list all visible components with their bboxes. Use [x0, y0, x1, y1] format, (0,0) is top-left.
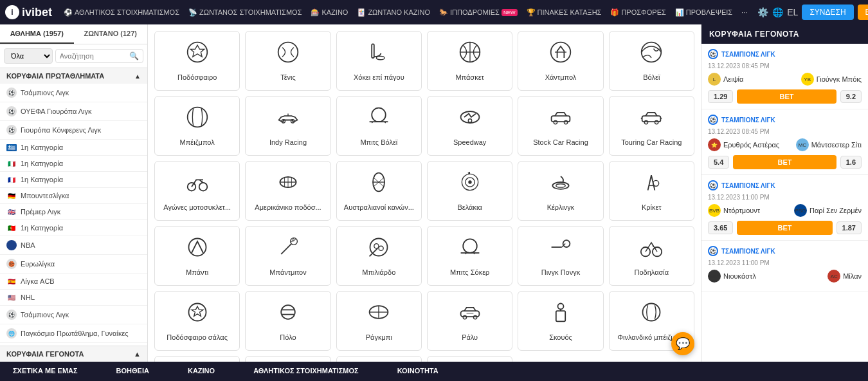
odd1-2[interactable]: 5.4	[708, 156, 729, 169]
tab-sport[interactable]: ΑΘΛΗΜΑ (1957)	[0, 24, 74, 44]
nav-item-live[interactable]: 📡 ΖΩΝΤΑΝΟΣ ΣΤΟΙΧΗΜΑΤΙΣΜΟΣ	[186, 8, 304, 17]
sport-card-american_football[interactable]: Αμερικάνικο ποδόσ...	[245, 161, 330, 221]
sport-card-beach_soccer[interactable]: Μπιτς Σόκερ	[427, 226, 512, 286]
settings-icon[interactable]: ⚙️	[757, 7, 768, 17]
top-events-header[interactable]: ΚΟΡΥΦΑΙΑ ΓΕΓΟΝΟΤΑ ▲	[0, 346, 147, 362]
odd1-1[interactable]: 1.29	[708, 90, 733, 103]
sport-card-cricket[interactable]: Κρίκετ	[609, 161, 694, 221]
league-item-conference[interactable]: ⚽ Γιουρόπα Κόνφερενς Λιγκ	[0, 121, 147, 140]
sport-card-baseball[interactable]: Μπέιζμπολ	[154, 96, 240, 156]
league-name: 1η Κατηγορία	[21, 160, 63, 167]
sport-card-tennis[interactable]: Τένις	[245, 31, 330, 91]
sport-card-rugby[interactable]: Ράγκμπι	[336, 291, 422, 351]
lang-label[interactable]: EL	[787, 7, 798, 17]
logo[interactable]: i ivibet	[5, 5, 52, 19]
bet-button-3[interactable]: BET	[737, 221, 832, 235]
sport-card-more4[interactable]: ...	[427, 356, 512, 362]
bandy-sport-icon	[186, 236, 209, 263]
hockey-sport-icon	[367, 41, 390, 68]
bet-button-1[interactable]: BET	[737, 89, 836, 104]
odd2-2[interactable]: 1.6	[840, 156, 862, 169]
league-item-europa[interactable]: ⚽ ΟΥΕΦΑ Γιουρόπα Λιγκ	[0, 102, 147, 121]
svg-point-15	[554, 120, 557, 124]
sport-card-more2[interactable]: ...	[245, 356, 330, 362]
sport-name-darts: Βελάκια	[458, 203, 482, 211]
league-item-champions2[interactable]: ⚽ Τσάμπιονς Λιγκ	[0, 306, 147, 324]
beach_soccer-sport-icon	[458, 236, 482, 263]
nav-item-sports[interactable]: ⚽ ΑΘΛΗΤΙΚΟΣ ΣΤΟΙΧΗΜΑΤΙΣΜΟΣ	[61, 8, 182, 17]
nav-item-rankings[interactable]: 🏆 ΠΙΝΑΚΕΣ ΚΑΤΑΞΗΣ	[524, 8, 604, 17]
league-item-nhl[interactable]: 🇺🇸 NHL	[0, 290, 147, 306]
search-input[interactable]	[60, 52, 129, 60]
nav-item-horses[interactable]: 🐎 ΙΠΠΟΔΡΟΜΙΕΣ NEW	[437, 8, 520, 17]
sport-card-more3[interactable]: ...	[336, 356, 422, 362]
language-icon[interactable]: 🌐	[772, 7, 783, 17]
tab-live[interactable]: ΖΩΝΤΑΝΟ (127)	[74, 24, 148, 44]
league-item-world-women[interactable]: 🌐 Παγκόσμιο Πρωτάθλημα, Γυναίκες	[0, 324, 147, 343]
filter-select[interactable]: Όλα	[4, 48, 53, 64]
register-button[interactable]: ΕΓΓΡΑΦΗ	[858, 5, 868, 20]
odd1-3[interactable]: 3.65	[708, 221, 733, 234]
sport-card-more1[interactable]: ...	[154, 356, 240, 362]
nav-live-casino-icon: 🃏	[357, 8, 366, 17]
top-leagues-header[interactable]: ΚΟΡΥΦΑΙΑ ΠΡΩΤΑΘΛΗΜΑΤΑ ▲	[0, 68, 147, 84]
sport-card-bandy[interactable]: Μπάντι	[154, 226, 240, 286]
league-item-nba[interactable]: NBA	[0, 236, 147, 255]
sport-name-baseball: Μπέιζμπολ	[180, 138, 215, 146]
sport-card-handball[interactable]: Χάντμπολ	[518, 31, 603, 91]
sport-card-hockey[interactable]: Χόκει επί πάγου	[336, 31, 422, 91]
sport-card-badminton[interactable]: Μπάντμιτον	[245, 226, 330, 286]
sport-card-futsal[interactable]: Ποδόσφαιρο σάλας	[154, 291, 240, 351]
odd2-3[interactable]: 1.87	[836, 221, 862, 234]
league-item-fr1[interactable]: 🇫🇷 1η Κατηγορία	[0, 172, 147, 188]
league-item-euroleague[interactable]: 🏀 Ευρωλίγκα	[0, 255, 147, 274]
nav-item-predictions[interactable]: 📊 ΠΡΟΒΛΕΨΕΙΣ	[673, 8, 735, 17]
league-icon-europa: ⚽	[6, 106, 17, 116]
league-item-acb[interactable]: 🇪🇸 Λίγκα ACB	[0, 274, 147, 290]
odd2-1[interactable]: 9.2	[840, 90, 862, 103]
nav-item-casino[interactable]: 🎰 ΚΑΖΙΝΟ	[308, 8, 350, 17]
svg-point-16	[564, 120, 567, 124]
sport-name-stockcar: Stock Car Racing	[533, 138, 588, 146]
tennis-sport-icon	[276, 41, 300, 68]
sport-card-speedway[interactable]: Speedway	[427, 96, 512, 156]
footer-casino-title: ΚΑΖΙΝΟ	[188, 367, 215, 375]
league-item-pt1[interactable]: 🇵🇹 1η Κατηγορία	[0, 220, 147, 236]
sport-card-table_tennis[interactable]: Πινγκ Πονγκ	[518, 226, 603, 286]
sport-card-cycling[interactable]: Ποδηλασία	[609, 226, 694, 286]
chat-button[interactable]: 💬	[671, 332, 694, 355]
league-item-gr1[interactable]: 🇬🇷 1η Κατηγορία	[0, 140, 147, 156]
league-item-premier[interactable]: 🇬🇧 Πρέμιερ Λιγκ	[0, 204, 147, 220]
sport-card-billiards[interactable]: Μπιλιάρδο	[336, 226, 422, 286]
cricket-sport-icon	[640, 171, 663, 198]
sport-card-curling[interactable]: Κέρλινγκ	[518, 161, 603, 221]
sport-card-darts[interactable]: Βελάκια	[427, 161, 512, 221]
sport-card-basketball[interactable]: Μπάσκετ	[427, 31, 512, 91]
sport-card-aussie_rules[interactable]: Αυστραλιανοί κανών...	[336, 161, 422, 221]
sport-card-beach_volleyball[interactable]: Μπιτς Βόλεϊ	[336, 96, 422, 156]
top-leagues-arrow: ▲	[134, 73, 141, 80]
bet-button-2[interactable]: BET	[733, 155, 836, 169]
flag-es: 🇪🇸	[6, 278, 17, 285]
svg-point-11	[372, 108, 386, 122]
sport-card-touring[interactable]: Touring Car Racing	[609, 96, 694, 156]
nav-item-more[interactable]: ···	[739, 8, 750, 16]
sport-card-stockcar[interactable]: Stock Car Racing	[518, 96, 603, 156]
sport-card-polo[interactable]: Πόλο	[245, 291, 330, 351]
league-item-bundesliga[interactable]: 🇩🇪 Μπουντεσλίγκα	[0, 188, 147, 204]
sport-card-indy[interactable]: Indy Racing	[245, 96, 330, 156]
nav-offers-label: ΠΡΟΣΦΟΡΕΣ	[621, 8, 665, 16]
sport-card-soccer[interactable]: Ποδόσφαιρο	[154, 31, 240, 91]
login-button[interactable]: ΣΥΝΔΕΣΗ	[802, 5, 853, 20]
team1-2: ⭐ Ερυθρός Αστέρας	[708, 138, 779, 151]
logo-text: ivibet	[22, 6, 52, 19]
nav-item-offers[interactable]: 🎁 ΠΡΟΣΦΟΡΕΣ	[608, 8, 668, 17]
footer-help-title: ΒΟΗΘΕΙΑ	[116, 367, 149, 375]
sport-card-squash[interactable]: Σκουός	[518, 291, 603, 351]
sport-card-moto[interactable]: Αγώνες μοτοσυκλετ...	[154, 161, 240, 221]
league-item-champions[interactable]: ⚽ Τσάμπιονς Λιγκ	[0, 84, 147, 102]
league-item-it1[interactable]: 🇮🇹 1η Κατηγορία	[0, 156, 147, 172]
sport-card-rally[interactable]: Ράλυ	[427, 291, 512, 351]
nav-item-live-casino[interactable]: 🃏 ΖΩΝΤΑΝΟ ΚΑΖΙΝΟ	[354, 8, 433, 17]
sport-card-volleyball[interactable]: Βόλεϊ	[609, 31, 694, 91]
